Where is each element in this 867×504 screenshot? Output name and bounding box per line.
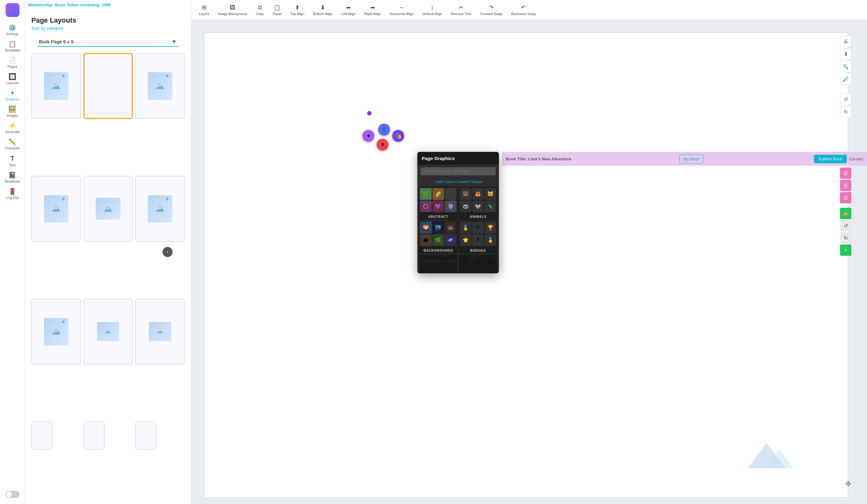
paste-icon: 📋 bbox=[274, 4, 280, 11]
my-book-button[interactable]: My Book bbox=[679, 154, 704, 163]
paste-button[interactable]: 📋 Paste bbox=[269, 2, 285, 18]
fab-close[interactable]: ✕ bbox=[376, 139, 388, 151]
copy-button[interactable]: ⧉ Copy bbox=[252, 2, 268, 18]
bg-img-2: 🌃 bbox=[432, 222, 444, 234]
add-custom-gradient-button[interactable]: + Add Custom Gradient Shapes bbox=[417, 178, 499, 185]
canvas-mountain-illustration bbox=[735, 440, 798, 479]
graphics-search-input[interactable] bbox=[420, 167, 496, 175]
template-card[interactable]: ⛰ bbox=[84, 176, 133, 242]
right-tools: 🖨 ⬇ 🔍 🔎 ↺ ↻ bbox=[840, 36, 851, 117]
rpt-undo-btn[interactable]: ↺ bbox=[840, 220, 851, 231]
right-align-button[interactable]: ➡ Right Align bbox=[361, 2, 385, 18]
zoom-out-icon[interactable]: 🔎 bbox=[840, 73, 851, 85]
backward-swap-button[interactable]: ↶ Backward Swap bbox=[507, 2, 540, 18]
sidebar-item-label: Character bbox=[5, 146, 20, 150]
sidebar-item-images[interactable]: 🖼️ Images bbox=[0, 104, 25, 120]
bottom-align-button[interactable]: ⬇ Bottom Align bbox=[309, 2, 336, 18]
move-icon[interactable]: ✥ bbox=[845, 480, 851, 488]
animals-img-3: 🐱 bbox=[484, 188, 496, 200]
sort-by-category[interactable]: Sort by category bbox=[31, 26, 185, 31]
template-card[interactable]: ⛰ bbox=[31, 176, 81, 242]
layouts-icon: 🔲 bbox=[9, 73, 16, 80]
main-area: ⊞ Layers 🖼 Image Background ⧉ Copy 📋 Pas… bbox=[191, 0, 867, 504]
forward-swap-button[interactable]: ↷ Forward Swap bbox=[476, 2, 506, 18]
category-baroque[interactable]: 〰〰〰 〰〰〰 〰〰〰 〰〰〰 〰〰〰 〰〰〰 BAROQUE bbox=[419, 254, 458, 274]
left-align-icon: ⬅ bbox=[346, 4, 351, 11]
layout-category-dropdown[interactable]: Book Page 6 x 9 Book Page 5 x 8 Book Pag… bbox=[38, 37, 179, 47]
category-backgrounds[interactable]: 🌄 🌃 🌉 🏔 🌿 🌌 BACKGROUNDS bbox=[419, 220, 458, 253]
image-background-icon: 🖼 bbox=[230, 4, 235, 11]
category-badges[interactable]: 🏅 🛡 🏆 ⭐ 🎖 🏅 BADGES bbox=[459, 220, 498, 253]
sidebar-item-templates[interactable]: 📋 Templates bbox=[0, 38, 25, 55]
sidebar-item-label: Pages bbox=[8, 65, 17, 68]
print-icon[interactable]: 🖨 bbox=[840, 36, 851, 47]
baroque-img-3: 〰〰〰 bbox=[445, 256, 457, 267]
redo-icon[interactable]: ↻ bbox=[840, 106, 851, 117]
bg-img-3: 🌉 bbox=[445, 222, 457, 234]
left-sidebar: ⚙️ Settings 📋 Templates 📄 Pages 🔲 Layout… bbox=[0, 0, 25, 504]
rpt-pink-btn-2[interactable]: ☰ bbox=[840, 180, 851, 191]
sidebar-item-generate[interactable]: ⚡ Generate bbox=[0, 120, 25, 136]
template-card[interactable]: ⛰ bbox=[31, 53, 81, 119]
bg-img-5: 🌿 bbox=[432, 234, 444, 246]
sidebar-item-text[interactable]: T Text bbox=[0, 152, 25, 170]
image-background-label: Image Background bbox=[218, 12, 247, 16]
panel-collapse-arrow[interactable]: ‹ bbox=[162, 247, 173, 257]
sidebar-item-character[interactable]: ✏️ Character bbox=[0, 136, 25, 152]
rpt-redo-btn[interactable]: ↻ bbox=[840, 232, 851, 244]
template-card[interactable]: ⛰ bbox=[135, 53, 185, 119]
vertical-align-button[interactable]: ↕ Vertical Align bbox=[419, 2, 446, 18]
fab-purple-2[interactable]: 🎭 bbox=[392, 130, 404, 142]
rpt-lock-btn[interactable]: 🔒 bbox=[840, 208, 851, 219]
template-card[interactable] bbox=[31, 421, 53, 450]
contact-button[interactable]: Contact bbox=[849, 157, 863, 161]
sidebar-item-graphics[interactable]: ✦ Graphics bbox=[0, 87, 25, 104]
animals-img-1: 🐻 bbox=[460, 188, 472, 200]
download-icon[interactable]: ⬇ bbox=[840, 48, 851, 60]
template-card[interactable] bbox=[84, 421, 105, 450]
book-title-label: Book Title: Liam's New Adventure bbox=[506, 157, 571, 161]
abstract-img-3 bbox=[445, 188, 457, 200]
publish-book-button[interactable]: Publish Book bbox=[814, 155, 847, 163]
layers-button[interactable]: ⊞ Layers bbox=[195, 2, 213, 18]
toggle-switch[interactable] bbox=[6, 491, 20, 498]
category-border[interactable]: ▭ ▭ ▭ ▭ ▭ ▭ BORDER bbox=[459, 254, 498, 274]
sidebar-item-pages[interactable]: 📄 Pages bbox=[0, 55, 25, 71]
template-card[interactable]: ⛰ bbox=[135, 299, 185, 365]
rpt-add-btn[interactable]: + bbox=[840, 245, 851, 256]
left-align-label: Left Align bbox=[341, 12, 355, 16]
rpt-pink-btn-1[interactable]: ☰ bbox=[840, 168, 851, 179]
sidebar-item-label: Layouts bbox=[6, 81, 19, 85]
undo-icon[interactable]: ↺ bbox=[840, 94, 851, 105]
template-card[interactable]: ⛰ bbox=[31, 299, 81, 365]
app-logo[interactable] bbox=[6, 3, 20, 17]
category-animals[interactable]: 🐻 🦊 🐱 🦝 🐭 🦎 ANIMALS bbox=[459, 187, 498, 220]
template-card[interactable]: ⛰ bbox=[135, 176, 185, 242]
category-abstract[interactable]: 🌿 🌈 ⭕ 💜 🔮 ABSTRACT bbox=[419, 187, 458, 220]
animals-img-6: 🦎 bbox=[484, 201, 496, 213]
template-card-selected[interactable] bbox=[84, 53, 133, 119]
sidebar-item-notebook[interactable]: 📓 NoteBook bbox=[0, 170, 25, 186]
rpt-pink-btn-3[interactable]: ☰ bbox=[840, 192, 851, 203]
character-icon: ✏️ bbox=[9, 139, 16, 145]
animals-img-2: 🦊 bbox=[472, 188, 484, 200]
sidebar-item-label: Log Out bbox=[6, 196, 19, 200]
fab-indigo[interactable]: 👤 bbox=[378, 124, 390, 136]
template-card[interactable] bbox=[135, 421, 157, 450]
copy-icon: ⧉ bbox=[258, 4, 262, 11]
canvas-element-dot[interactable] bbox=[367, 111, 372, 116]
image-background-button[interactable]: 🖼 Image Background bbox=[214, 2, 251, 18]
sidebar-item-logout[interactable]: 🚪 Log Out bbox=[0, 186, 25, 202]
backward-swap-label: Backward Swap bbox=[511, 12, 536, 16]
template-card[interactable]: ⛰ bbox=[84, 299, 133, 365]
horizontal-align-button[interactable]: ↔ Horizontal Align bbox=[386, 2, 417, 18]
left-align-button[interactable]: ⬅ Left Align bbox=[338, 2, 359, 18]
zoom-in-icon[interactable]: 🔍 bbox=[840, 61, 851, 72]
remove-trim-button[interactable]: ✂ Remove Trim bbox=[447, 2, 475, 18]
fab-purple-1[interactable]: ✦ bbox=[362, 130, 374, 142]
sidebar-item-layouts[interactable]: 🔲 Layouts bbox=[0, 71, 25, 87]
animals-img-5: 🐭 bbox=[472, 201, 484, 213]
sidebar-item-settings[interactable]: ⚙️ Settings bbox=[0, 22, 25, 38]
canvas-background[interactable] bbox=[204, 33, 848, 498]
top-align-button[interactable]: ⬆ Top Align bbox=[287, 2, 308, 18]
